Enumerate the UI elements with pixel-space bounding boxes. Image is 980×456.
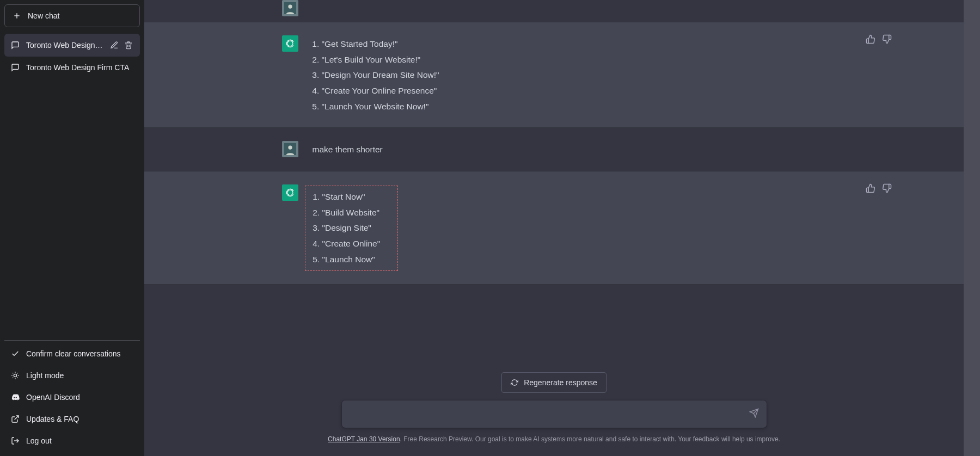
composer-area: Regenerate response ChatGPT Jan 30 Versi… xyxy=(144,372,964,456)
updates-link[interactable]: Updates & FAQ xyxy=(4,408,140,430)
user-avatar xyxy=(282,0,298,16)
thumbs-up-button[interactable] xyxy=(866,34,875,46)
svg-line-5 xyxy=(13,373,13,373)
svg-line-6 xyxy=(17,378,18,378)
list-item: "Let's Build Your Website!" xyxy=(322,52,826,68)
svg-line-10 xyxy=(17,373,18,373)
chat-icon xyxy=(11,41,20,50)
scrollbar-track[interactable] xyxy=(964,0,980,456)
discord-link[interactable]: OpenAI Discord xyxy=(4,386,140,408)
avatar-image-icon xyxy=(284,143,296,155)
thumbs-up-button[interactable] xyxy=(866,183,875,195)
message-user xyxy=(144,0,964,22)
trash-icon xyxy=(124,41,133,50)
user-content: make them shorter xyxy=(313,141,826,158)
conversation-thread: "Get Started Today!" "Let's Build Your W… xyxy=(144,0,964,372)
send-icon xyxy=(749,408,759,418)
discord-icon xyxy=(11,393,20,402)
clear-conversations-button[interactable]: Confirm clear conversations xyxy=(4,343,140,365)
avatar-image-icon xyxy=(284,2,296,14)
send-button[interactable] xyxy=(749,408,759,420)
list-item: "Launch Now" xyxy=(322,252,381,268)
footer-note: ChatGPT Jan 30 Version. Free Research Pr… xyxy=(328,435,780,443)
list-item: "Start Now" xyxy=(322,189,381,205)
list-item: "Design Site" xyxy=(322,220,381,236)
svg-line-11 xyxy=(15,416,19,420)
chat-item[interactable]: Toronto Web Design Firm CTA xyxy=(4,57,140,78)
footer-text: . Free Research Preview. Our goal is to … xyxy=(400,435,780,443)
check-icon xyxy=(11,349,20,358)
chat-title: Toronto Web Design Firm CTA xyxy=(26,63,133,72)
main-panel: "Get Started Today!" "Let's Build Your W… xyxy=(144,0,964,456)
highlighted-region: "Start Now" "Build Website" "Design Site… xyxy=(305,186,399,271)
list-item: "Launch Your Website Now!" xyxy=(322,99,826,115)
sidebar-divider xyxy=(4,340,140,341)
discord-label: OpenAI Discord xyxy=(26,393,80,402)
list-item: "Get Started Today!" xyxy=(322,36,826,52)
svg-point-2 xyxy=(14,374,16,377)
thumbs-down-icon xyxy=(882,34,892,44)
edit-chat-button[interactable] xyxy=(109,40,119,50)
version-link[interactable]: ChatGPT Jan 30 Version xyxy=(328,435,400,443)
list-item: "Design Your Dream Site Now!" xyxy=(322,67,826,83)
list-item: "Build Website" xyxy=(322,205,381,221)
sun-icon xyxy=(11,371,20,380)
external-link-icon xyxy=(11,415,20,423)
chat-title: Toronto Web Design SI xyxy=(26,41,103,50)
message-user: make them shorter xyxy=(144,128,964,171)
list-item: "Create Your Online Presence" xyxy=(322,83,826,99)
app-root: New chat Toronto Web Design SI Toronto W… xyxy=(0,0,980,456)
new-chat-button[interactable]: New chat xyxy=(4,4,140,27)
list-item: "Create Online" xyxy=(322,236,381,252)
svg-point-18 xyxy=(287,190,293,195)
thumbs-down-button[interactable] xyxy=(882,183,892,195)
plus-icon xyxy=(13,11,21,20)
chat-list: Toronto Web Design SI Toronto Web Design… xyxy=(4,32,140,340)
clear-conversations-label: Confirm clear conversations xyxy=(26,349,121,358)
delete-chat-button[interactable] xyxy=(124,40,133,50)
message-input[interactable] xyxy=(351,408,742,421)
updates-label: Updates & FAQ xyxy=(26,415,79,423)
svg-point-15 xyxy=(287,41,293,46)
user-avatar xyxy=(282,141,298,157)
openai-logo-icon xyxy=(284,38,296,50)
regenerate-label: Regenerate response xyxy=(524,378,597,387)
thumbs-up-icon xyxy=(866,183,875,193)
logout-icon xyxy=(11,436,20,445)
message-assistant: "Start Now" "Build Website" "Design Site… xyxy=(144,171,964,285)
refresh-icon xyxy=(511,379,518,386)
thumbs-down-icon xyxy=(882,183,892,193)
chat-icon xyxy=(11,63,20,72)
openai-logo-icon xyxy=(284,187,296,199)
pencil-icon xyxy=(110,41,119,50)
message-assistant: "Get Started Today!" "Let's Build Your W… xyxy=(144,22,964,128)
sidebar-bottom: Confirm clear conversations Light mode O… xyxy=(4,343,140,452)
svg-line-9 xyxy=(13,378,13,378)
new-chat-label: New chat xyxy=(28,11,59,20)
regenerate-button[interactable]: Regenerate response xyxy=(501,372,607,393)
thumbs-up-icon xyxy=(866,34,875,44)
message-composer[interactable] xyxy=(342,400,767,428)
assistant-content: "Start Now" "Build Website" "Design Site… xyxy=(313,184,826,271)
thumbs-down-button[interactable] xyxy=(882,34,892,46)
logout-label: Log out xyxy=(26,436,52,445)
theme-label: Light mode xyxy=(26,371,64,380)
assistant-content: "Get Started Today!" "Let's Build Your W… xyxy=(313,35,826,114)
theme-toggle-button[interactable]: Light mode xyxy=(4,365,140,386)
logout-button[interactable]: Log out xyxy=(4,430,140,452)
svg-point-14 xyxy=(288,4,292,8)
assistant-avatar xyxy=(282,35,298,52)
assistant-avatar xyxy=(282,184,298,201)
chat-item[interactable]: Toronto Web Design SI xyxy=(4,34,140,57)
sidebar: New chat Toronto Web Design SI Toronto W… xyxy=(0,0,144,456)
svg-point-17 xyxy=(288,146,292,150)
